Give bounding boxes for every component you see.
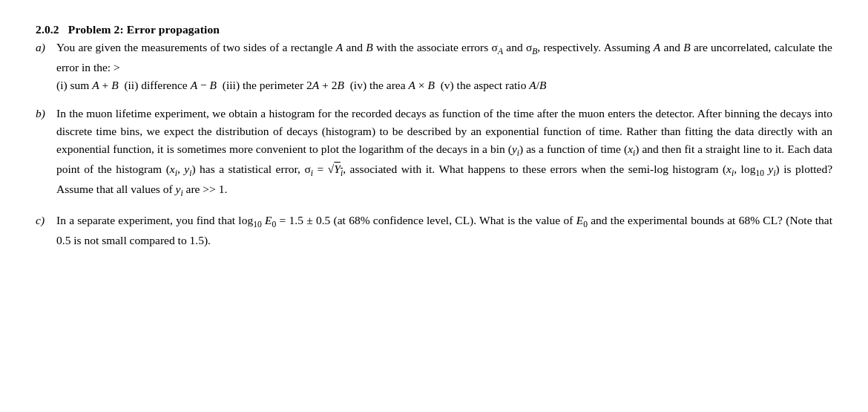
problem-list: a) You are given the measurements of two…: [36, 39, 832, 249]
problem-b-content: In the muon lifetime experiment, we obta…: [56, 105, 832, 200]
problem-c-content: In a separate experiment, you find that …: [56, 212, 832, 249]
problem-b: b) In the muon lifetime experiment, we o…: [36, 105, 832, 200]
problem-c-label: c): [36, 212, 56, 229]
problem-a-label: a): [36, 39, 56, 56]
section-title: 2.0.2 Problem 2: Error propagation: [36, 23, 220, 36]
problem-c: c) In a separate experiment, you find th…: [36, 212, 832, 249]
problem-a: a) You are given the measurements of two…: [36, 39, 832, 94]
problem-a-content: You are given the measurements of two si…: [56, 39, 832, 94]
section-header: 2.0.2 Problem 2: Error propagation: [36, 21, 832, 39]
problem-b-label: b): [36, 105, 56, 122]
